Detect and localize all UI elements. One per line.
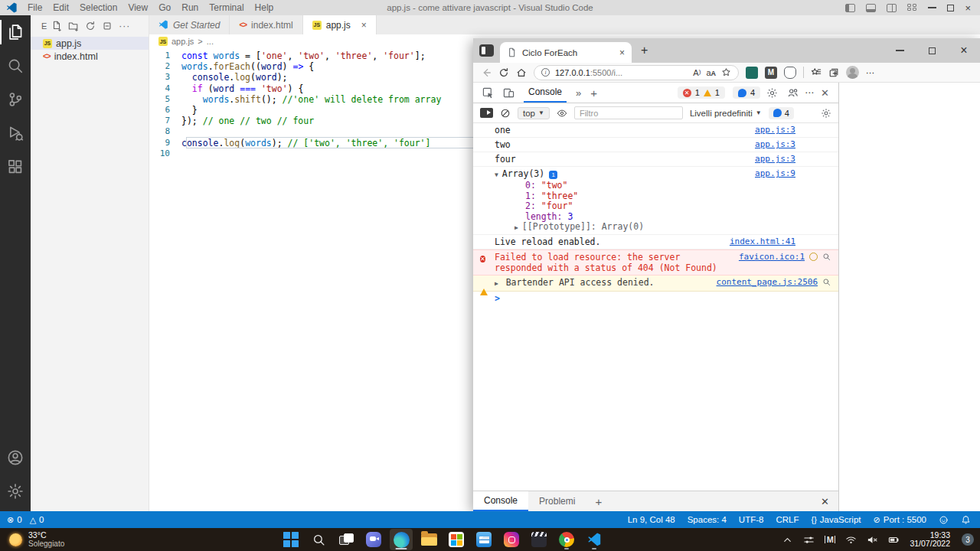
source-link[interactable]: app.js:9 [755,168,795,181]
new-tab-button[interactable]: + [632,44,657,57]
status-crlf[interactable]: CRLF [776,515,799,524]
drawer-add-icon[interactable]: + [586,491,611,511]
breadcrumb-file[interactable]: app.js [172,37,194,46]
messages-badge[interactable]: 4 [733,86,760,99]
refresh-icon[interactable] [498,67,509,78]
menu-item-help[interactable]: Help [250,2,279,13]
customize-layout-icon[interactable] [907,4,917,12]
drawer-tab-problemi[interactable]: Problemi [528,491,586,511]
toggle-secondary-sidebar-icon[interactable] [887,4,897,12]
tray-volume-muted-icon[interactable] [867,534,878,546]
source-link[interactable]: content_page.js:2506 [717,277,818,288]
source-link[interactable]: favicon.ico:1 [739,252,805,262]
status-javascript[interactable]: {}JavaScript [811,515,861,524]
tray-chevron-up-icon[interactable] [782,534,793,546]
menu-item-file[interactable]: File [22,2,47,13]
status-ln-9-col-48[interactable]: Ln 9, Col 48 [628,515,675,524]
expand-caret-icon[interactable]: ▶ [495,280,502,287]
address-bar[interactable]: i 127.0.0.1:5500/i... A) aA [534,65,739,80]
extension-2-icon[interactable]: M [765,67,777,79]
editor-tab-app-js[interactable]: JSapp.js× [303,15,377,34]
back-icon[interactable] [481,67,492,78]
browser-tab[interactable]: Ciclo ForEach × [500,42,632,63]
activity-extensions-icon[interactable] [0,150,31,184]
taskbar-file-explorer-icon[interactable] [417,529,440,550]
translate-icon[interactable]: aA [706,68,716,77]
devtools-tab-console[interactable]: Console [524,83,567,103]
menu-item-selection[interactable]: Selection [74,2,122,13]
devtools-settings-icon[interactable] [763,87,781,99]
menu-item-view[interactable]: View [122,2,153,13]
toolbar-messages-badge[interactable]: 4 [769,107,794,119]
status-feedback[interactable] [939,515,949,525]
taskbar-store-icon[interactable] [445,529,468,550]
search-source-icon[interactable] [822,253,831,261]
taskbar-instagram-icon[interactable] [500,529,523,550]
taskbar-chat-icon[interactable] [362,529,385,550]
source-link[interactable]: app.js:3 [755,154,795,165]
collapse-all-icon[interactable] [102,21,113,31]
tray-mixer-icon[interactable] [803,534,815,546]
console-settings-icon[interactable] [821,108,831,119]
log-levels-selector[interactable]: Livelli predefiniti ▼ [690,109,762,118]
add-tool-icon[interactable]: + [587,86,600,99]
drawer-tab-console[interactable]: Console [473,491,528,511]
activity-explorer-icon[interactable] [0,15,31,49]
home-icon[interactable] [516,67,527,78]
taskbar-task-view-icon[interactable] [335,529,358,550]
taskbar-mail-icon[interactable] [472,529,495,550]
inspect-element-icon[interactable] [479,87,497,99]
new-folder-icon[interactable] [68,21,79,31]
collections-icon[interactable] [828,67,839,78]
status-bell[interactable] [961,515,971,525]
new-file-icon[interactable] [51,21,62,31]
activity-run-debug-icon[interactable] [0,116,31,150]
refresh-icon[interactable] [85,21,96,31]
page-viewport[interactable] [839,83,980,511]
tray-battery-icon[interactable] [888,534,900,546]
file-item-app.js[interactable]: JSapp.js [31,37,149,50]
menu-item-go[interactable]: Go [153,2,176,13]
status-error-circle[interactable]: ⊗0 [7,515,22,525]
taskbar-chrome-icon[interactable] [555,529,578,550]
devtools-accounts-icon[interactable] [784,87,802,99]
menu-item-terminal[interactable]: Terminal [204,2,249,13]
browser-close-button[interactable]: × [948,38,980,63]
notification-count-badge[interactable]: 3 [962,533,974,546]
taskbar-media-app-icon[interactable] [528,529,550,550]
extensions-menu-icon[interactable] [784,67,796,79]
menu-item-run[interactable]: Run [176,2,204,13]
expand-caret-icon[interactable]: ▶ [514,224,518,231]
read-aloud-icon[interactable]: A) [693,68,701,77]
open-issue-icon[interactable] [809,253,818,261]
add-favorite-icon[interactable] [721,67,731,77]
profile-avatar[interactable] [846,66,859,79]
taskbar-vscode-icon[interactable] [583,529,606,550]
console-prompt[interactable]: > [473,292,838,305]
status-utf-8[interactable]: UTF-8 [739,515,764,524]
close-button[interactable]: × [965,3,971,13]
menu-item-edit[interactable]: Edit [47,2,74,13]
devtools-more-icon[interactable]: ⋯ [805,87,815,98]
console-sidebar-icon[interactable] [480,108,493,118]
tab-close-icon[interactable]: × [619,47,625,58]
more-tabs-icon[interactable]: » [573,87,584,99]
activity-search-icon[interactable] [0,49,31,83]
console-filter-input[interactable] [574,106,683,119]
status-port-5500[interactable]: ⊘Port : 5500 [874,515,926,525]
favorites-icon[interactable] [811,67,822,78]
expand-caret-icon[interactable]: ▼ [495,171,498,178]
device-toolbar-icon[interactable] [500,87,518,99]
array-item[interactable]: ▶[[Prototype]]: Array(0) [499,222,795,233]
site-info-icon[interactable]: i [541,68,550,77]
breadcrumb-more[interactable]: ... [207,37,214,46]
weather-widget[interactable]: 33°C Soleggiato [0,531,153,548]
editor-tab-index-html[interactable]: <>index.html [230,15,302,34]
tray-m-app-icon[interactable]: M [825,536,835,543]
context-selector[interactable]: top ▼ [518,107,550,119]
extension-1-icon[interactable] [746,67,758,79]
tab-actions-menu-icon[interactable] [479,44,494,57]
vscode-logo-icon[interactable] [6,2,18,14]
status-spaces-4[interactable]: Spaces: 4 [688,515,727,524]
browser-maximize-button[interactable] [916,38,948,63]
